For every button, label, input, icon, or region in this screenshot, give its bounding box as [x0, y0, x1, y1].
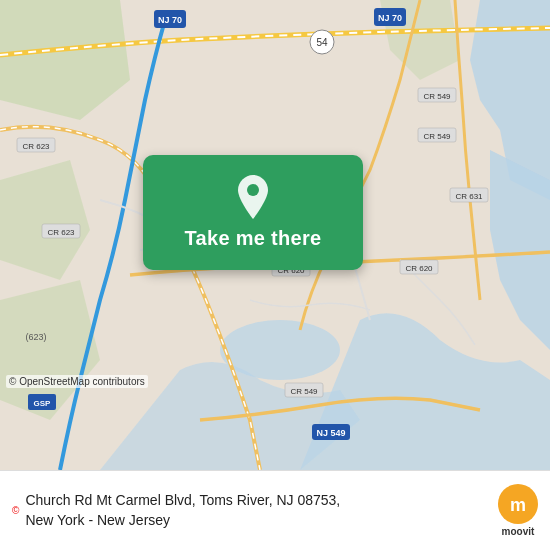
svg-text:NJ 549: NJ 549 — [316, 428, 345, 438]
address-block: Church Rd Mt Carmel Blvd, Toms River, NJ… — [25, 491, 488, 530]
svg-text:CR 623: CR 623 — [47, 228, 75, 237]
osm-logo-text: © — [12, 505, 19, 516]
svg-text:(623): (623) — [25, 332, 46, 342]
svg-text:CR 623: CR 623 — [22, 142, 50, 151]
moovit-brand-text: moovit — [502, 526, 535, 537]
address-line1: Church Rd Mt Carmel Blvd, Toms River, NJ… — [25, 492, 340, 508]
svg-text:54: 54 — [316, 37, 328, 48]
moovit-icon-svg: m — [498, 484, 538, 524]
svg-text:CR 549: CR 549 — [423, 132, 451, 141]
svg-text:CR 549: CR 549 — [290, 387, 318, 396]
svg-point-1 — [220, 320, 340, 380]
button-label: Take me there — [185, 227, 322, 250]
svg-text:CR 631: CR 631 — [455, 192, 483, 201]
take-me-there-button[interactable]: Take me there — [143, 155, 363, 270]
map-pin-icon — [235, 175, 271, 219]
svg-text:CR 549: CR 549 — [423, 92, 451, 101]
svg-text:NJ 70: NJ 70 — [378, 13, 402, 23]
address-line2: New York - New Jersey — [25, 512, 170, 528]
svg-point-29 — [247, 184, 259, 196]
map-view: NJ 70 NJ 70 54 CR 623 CR 623 CR 549 CR 5… — [0, 0, 550, 470]
svg-text:GSP: GSP — [34, 399, 52, 408]
moovit-logo: m moovit — [498, 484, 538, 537]
osm-text: © OpenStreetMap contributors — [9, 376, 145, 387]
svg-text:CR 620: CR 620 — [405, 264, 433, 273]
osm-attribution: © OpenStreetMap contributors — [6, 375, 148, 388]
info-bar: © Church Rd Mt Carmel Blvd, Toms River, … — [0, 470, 550, 550]
svg-text:NJ 70: NJ 70 — [158, 15, 182, 25]
svg-text:m: m — [510, 495, 526, 515]
